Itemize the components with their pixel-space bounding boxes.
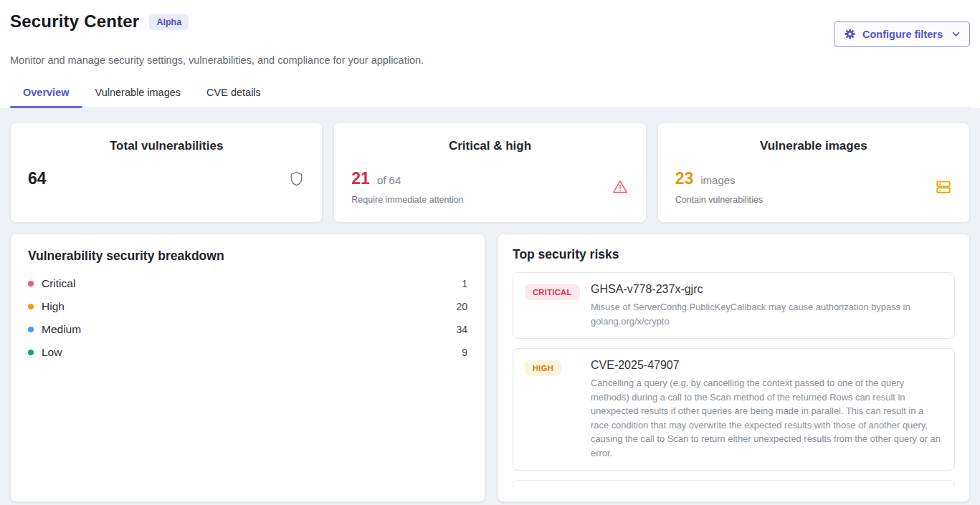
configure-filters-button[interactable]: Configure filters [834, 21, 970, 47]
tab-cve-details[interactable]: CVE details [194, 80, 274, 107]
stat-card-total-vulnerabilities: Total vulnerabilities 64 [10, 122, 323, 223]
vulnerable-images-suffix: images [700, 174, 735, 186]
severity-badge: HIGH [525, 360, 561, 376]
stat-title: Vulnerable images [675, 139, 952, 153]
breakdown-row-low: Low 9 [28, 345, 467, 360]
severity-badge: CRITICAL [525, 284, 580, 300]
breakdown-value: 34 [456, 324, 467, 335]
vulnerable-images-subtitle: Contain vulnerabilities [675, 195, 763, 205]
risk-list: CRITICAL GHSA-v778-237x-gjrc Misuse of S… [513, 272, 955, 487]
warning-triangle-icon [612, 178, 629, 196]
breakdown-row-critical: Critical 1 [28, 276, 467, 291]
stat-title: Critical & high [351, 139, 628, 153]
panels-row: Vulnerability security breakdown Critica… [10, 234, 970, 502]
breakdown-row-high: High 20 [28, 299, 467, 314]
server-stack-icon [935, 178, 952, 196]
risk-card-cve-2025-9086[interactable]: HIGH CVE-2025-9086 [513, 480, 955, 487]
critical-dot-icon [28, 281, 34, 287]
breakdown-label: Low [42, 346, 62, 359]
risk-id: CVE-2025-47907 [591, 359, 943, 372]
stats-row: Total vulnerabilities 64 Critical & high… [10, 122, 970, 223]
stat-card-vulnerable-images: Vulnerable images 23 images Contain vuln… [657, 122, 970, 223]
breakdown-row-medium: Medium 34 [28, 322, 467, 337]
main-content: Total vulnerabilities 64 Critical & high… [0, 108, 980, 502]
breakdown-title: Vulnerability security breakdown [28, 249, 467, 264]
breakdown-value: 20 [456, 301, 467, 312]
alpha-badge: Alpha [149, 14, 189, 30]
stat-card-critical-high: Critical & high 21 of 64 Require immedia… [333, 122, 646, 223]
breakdown-label: Critical [42, 277, 75, 290]
tab-vulnerable-images[interactable]: Vulnerable images [82, 80, 194, 107]
risk-card-cve-2025-47907[interactable]: HIGH CVE-2025-47907 Cancelling a query (… [513, 348, 955, 471]
vulnerability-breakdown-panel: Vulnerability security breakdown Critica… [10, 234, 485, 502]
page-title: Security Center [10, 11, 139, 32]
page-header: Security Center Alpha Configure filters [0, 0, 980, 108]
risks-title: Top security risks [513, 247, 955, 262]
page-subtitle: Monitor and manage security settings, vu… [10, 54, 970, 66]
top-security-risks-panel: Top security risks CRITICAL GHSA-v778-23… [498, 234, 970, 502]
critical-high-value: 21 [351, 169, 370, 188]
shield-icon [288, 170, 305, 187]
breakdown-value: 1 [462, 278, 467, 289]
gear-icon [844, 28, 856, 40]
stat-title: Total vulnerabilities [28, 139, 305, 153]
risk-id: GHSA-v778-237x-gjrc [591, 283, 943, 296]
chevron-down-icon [952, 32, 960, 37]
tab-overview[interactable]: Overview [10, 80, 82, 107]
critical-high-subtitle: Require immediate attention [351, 195, 463, 205]
risk-description: Cancelling a query (e.g. by cancelling t… [591, 376, 943, 460]
breakdown-label: Medium [42, 323, 81, 336]
total-vulnerabilities-value: 64 [28, 169, 47, 188]
vulnerable-images-value: 23 [675, 169, 694, 188]
medium-dot-icon [28, 327, 34, 332]
breakdown-value: 9 [462, 347, 467, 358]
high-dot-icon [28, 304, 34, 309]
risk-card-ghsa-v778-237x-gjrc[interactable]: CRITICAL GHSA-v778-237x-gjrc Misuse of S… [513, 272, 955, 339]
configure-filters-label: Configure filters [862, 29, 943, 40]
low-dot-icon [28, 350, 34, 355]
breakdown-label: High [42, 300, 65, 313]
critical-high-suffix: of 64 [377, 174, 401, 186]
risk-description: Misuse of ServerConfig.PublicKeyCallback… [591, 300, 943, 328]
tab-bar: Overview Vulnerable images CVE details [10, 80, 970, 108]
